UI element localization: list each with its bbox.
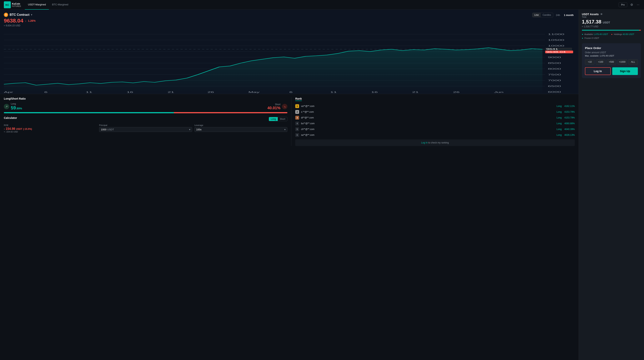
logo: KC KuCoin FUTURES — [4, 1, 21, 8]
eye-icon[interactable]: 👁 — [600, 13, 603, 16]
roe-field: ROE - 154.98 USDT (-15.5%) = -154.92 USD — [4, 124, 97, 133]
assets-title: USDT Assets — [582, 13, 598, 16]
holdings-label: Holdings 40.89 USDT — [611, 32, 634, 36]
svg-text:May: May — [248, 91, 260, 93]
rank-pct-6: 4028.13% — [564, 134, 575, 136]
long-percentage: 59.99% — [11, 105, 22, 110]
login-button[interactable]: Log In — [585, 67, 611, 75]
svg-text:6000: 6000 — [548, 91, 561, 93]
tab-usdt-margined[interactable]: USDT-Margined — [25, 0, 49, 10]
usdt-assets-section: USDT Assets 👁 Total 1,517.38 USDT ≈ 1,51… — [582, 13, 641, 40]
current-price: 9638.04 ↓ 1.26% — [4, 18, 36, 24]
more-icon[interactable]: ··· — [636, 2, 640, 7]
main-content: ₿ BTC Contract ▾ 9638.04 ↓ 1.26% ≈ 9,634… — [0, 10, 644, 360]
price-chart: 11000 10500 10000 9500 9000 8500 8000 75… — [4, 28, 575, 94]
calculator-title: Calculator — [4, 116, 17, 120]
assets-bar-fill — [582, 30, 641, 30]
svg-text:26: 26 — [207, 91, 214, 93]
svg-text:10000: 10000 — [548, 44, 564, 47]
amount-100-button[interactable]: +100 — [596, 59, 605, 64]
rank-number-1: 1 — [295, 104, 299, 108]
short-side: Short 40.01% ↘ — [267, 103, 288, 110]
amount-10-button[interactable]: +10 — [585, 59, 594, 64]
roe-label: ROE — [4, 124, 97, 126]
svg-text:26: 26 — [453, 91, 460, 93]
rank-number-5: 5 — [295, 127, 299, 131]
frozen-label: Frozen 0 USDT — [582, 37, 599, 39]
roe-usd: = -154.92 USD — [4, 130, 97, 133]
leverage-label: Leverage — [194, 124, 288, 126]
candles-chart-button[interactable]: Candles — [541, 13, 553, 17]
chevron-down-icon[interactable]: ▾ — [31, 14, 32, 16]
order-title: Place Order — [585, 46, 638, 50]
assets-total-usd: ≈ 1,516.77 USD — [582, 25, 641, 28]
order-amount-label: Order amount USDT — [585, 51, 638, 54]
amount-buttons: +10 +100 +500 +1000 ALL — [585, 59, 638, 64]
rank-email-4: bu**@**.com — [301, 122, 554, 125]
rank-login-link[interactable]: Log In — [421, 141, 428, 144]
rank-email-2: z.**@**.com — [301, 110, 554, 113]
rank-type-5: Long — [556, 128, 562, 130]
assets-bar — [582, 30, 641, 30]
rank-row-5: 5 ch**@**.com Long 4040.39% — [295, 126, 575, 132]
rank-row-1: 1 va**@**.com Long 4162.11% — [295, 103, 575, 109]
long-short-section: Long/Short Ratio ↗ Long 59.99% — [4, 97, 288, 113]
header: KC KuCoin FUTURES USDT-Margined BTC-Marg… — [0, 0, 644, 10]
principal-label: Principal — [99, 124, 192, 126]
line-chart-button[interactable]: Line — [532, 13, 541, 17]
rank-row-2: 2 z.**@**.com Long 4153.79% — [295, 109, 575, 115]
tab-btc-margined[interactable]: BTC-Margined — [49, 0, 71, 10]
contract-name: BTC Contract — [10, 13, 30, 16]
price-arrow-icon: ↓ — [25, 19, 26, 22]
calc-long-button[interactable]: Long — [269, 117, 278, 121]
rank-email-1: va**@**.com — [301, 105, 554, 108]
rank-pct-1: 4162.11% — [564, 105, 575, 108]
assets-header: USDT Assets 👁 — [582, 13, 641, 16]
rank-type-1: Long — [556, 105, 562, 108]
rank-title: Rank — [295, 97, 302, 101]
svg-text:9000: 9000 — [548, 56, 561, 58]
rank-number-6: 6 — [295, 133, 299, 137]
svg-text:16: 16 — [371, 91, 378, 93]
long-short-title: Long/Short Ratio — [4, 97, 288, 100]
principal-input[interactable]: 1000 USDT ▾ — [99, 127, 192, 132]
amount-1000-button[interactable]: +1000 — [618, 59, 627, 64]
chart-controls: Line Candles 24h 1 month — [532, 13, 575, 17]
rank-row-6: 6 sa**@**.com Long 4028.13% — [295, 132, 575, 138]
1month-button[interactable]: 1 month — [563, 13, 575, 17]
rank-type-3: Long — [556, 116, 562, 119]
assets-total-value: 1,517.38 USDT — [582, 19, 641, 25]
contract-info: ₿ BTC Contract ▾ 9638.04 ↓ 1.26% ≈ 9,634… — [4, 13, 36, 27]
price-change: 1.26% — [28, 19, 36, 22]
rank-pct-3: 4153.79% — [564, 116, 575, 119]
svg-text:8500: 8500 — [548, 62, 561, 64]
trend-down-icon: ↘ — [282, 104, 288, 109]
chart-wrapper: 11000 10500 10000 9500 9000 8500 8000 75… — [4, 28, 575, 94]
svg-text:7000: 7000 — [548, 79, 561, 82]
nav-tabs: USDT-Margined BTC-Margined — [25, 0, 71, 10]
place-order-section: Place Order Order amount USDT Max. avail… — [582, 43, 641, 78]
svg-text:KC: KC — [6, 4, 9, 6]
leverage-field: Leverage 100x ▾ — [194, 124, 288, 133]
svg-text:Jun: Jun — [494, 91, 504, 93]
svg-text:11000: 11000 — [548, 33, 564, 36]
calculator-header: Calculator Long Short — [4, 116, 288, 122]
svg-text:7500: 7500 — [548, 74, 561, 76]
right-panel: USDT Assets 👁 Total 1,517.38 USDT ≈ 1,51… — [578, 10, 644, 360]
settings-icon[interactable]: ⚙ — [630, 2, 634, 7]
rank-pct-5: 4040.39% — [564, 128, 575, 130]
signup-button[interactable]: Sign Up — [612, 67, 638, 75]
bottom-section: Long/Short Ratio ↗ Long 59.99% — [0, 94, 578, 149]
pro-button[interactable]: Pro — [618, 2, 627, 7]
assets-details: Available 1,476.49 USDT Holdings 40.89 U… — [582, 32, 641, 40]
bottom-left-col: Long/Short Ratio ↗ Long 59.99% — [4, 97, 288, 146]
24h-button[interactable]: 24h — [555, 13, 561, 17]
calc-short-button[interactable]: Short — [278, 117, 287, 121]
leverage-input[interactable]: 100x ▾ — [194, 127, 288, 132]
rank-row-3: 3 di**@**.com Long 4153.79% — [295, 115, 575, 120]
amount-500-button[interactable]: +500 — [606, 59, 616, 64]
trend-up-icon: ↗ — [4, 104, 9, 109]
rank-number-2: 2 — [295, 110, 299, 114]
rank-number-3: 3 — [295, 116, 299, 120]
amount-all-button[interactable]: ALL — [628, 59, 638, 64]
